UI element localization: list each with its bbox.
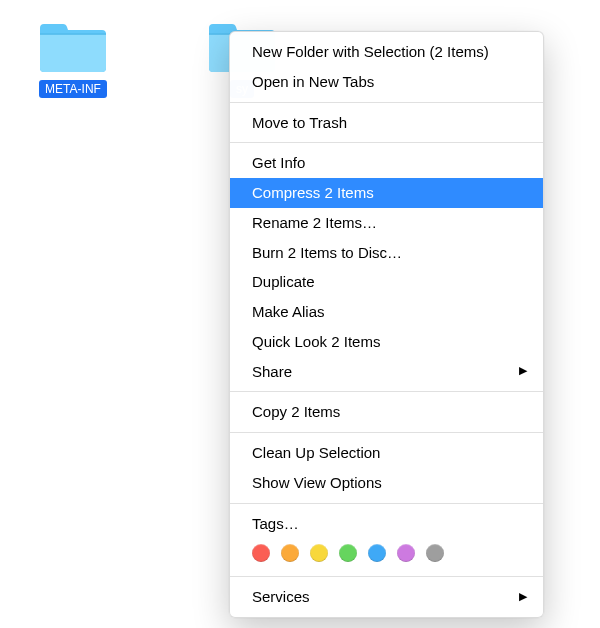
menu-item-label: Rename 2 Items… [252,212,377,234]
menu-separator [230,503,543,504]
menu-item-label: Get Info [252,152,305,174]
folder-label: META-INF [39,80,107,98]
menu-item-label: Show View Options [252,472,382,494]
menu-item-services[interactable]: Services ▶ [230,582,543,612]
tags-row [230,538,543,571]
menu-item-label: Make Alias [252,301,325,323]
tag-orange[interactable] [281,544,299,562]
menu-item-label: Services [252,586,310,608]
folder-icon [37,18,109,76]
menu-item-label: Duplicate [252,271,315,293]
menu-item-quick-look[interactable]: Quick Look 2 Items [230,327,543,357]
menu-item-label: New Folder with Selection (2 Items) [252,41,489,63]
tag-purple[interactable] [397,544,415,562]
menu-separator [230,391,543,392]
svg-rect-0 [40,34,106,35]
menu-separator [230,142,543,143]
menu-item-copy[interactable]: Copy 2 Items [230,397,543,427]
menu-item-label: Clean Up Selection [252,442,380,464]
tag-red[interactable] [252,544,270,562]
menu-separator [230,432,543,433]
menu-item-move-to-trash[interactable]: Move to Trash [230,108,543,138]
menu-item-clean-up-selection[interactable]: Clean Up Selection [230,438,543,468]
menu-item-get-info[interactable]: Get Info [230,148,543,178]
submenu-arrow-icon: ▶ [519,589,527,605]
tag-gray[interactable] [426,544,444,562]
tag-yellow[interactable] [310,544,328,562]
menu-item-label: Share [252,361,292,383]
folder-item[interactable]: META-INF [28,18,118,98]
menu-item-compress[interactable]: Compress 2 Items [230,178,543,208]
menu-item-show-view-options[interactable]: Show View Options [230,468,543,498]
menu-separator [230,576,543,577]
submenu-arrow-icon: ▶ [519,363,527,379]
tag-blue[interactable] [368,544,386,562]
menu-item-open-in-new-tabs[interactable]: Open in New Tabs [230,67,543,97]
menu-item-label: Move to Trash [252,112,347,134]
menu-item-burn-to-disc[interactable]: Burn 2 Items to Disc… [230,238,543,268]
menu-item-share[interactable]: Share ▶ [230,357,543,387]
tag-green[interactable] [339,544,357,562]
context-menu: New Folder with Selection (2 Items) Open… [229,31,544,618]
menu-item-rename[interactable]: Rename 2 Items… [230,208,543,238]
menu-item-tags[interactable]: Tags… [230,509,543,539]
menu-item-duplicate[interactable]: Duplicate [230,267,543,297]
menu-item-label: Burn 2 Items to Disc… [252,242,402,264]
menu-item-label: Quick Look 2 Items [252,331,380,353]
menu-item-make-alias[interactable]: Make Alias [230,297,543,327]
menu-separator [230,102,543,103]
menu-item-label: Tags… [252,513,299,535]
menu-item-label: Copy 2 Items [252,401,340,423]
menu-item-label: Compress 2 Items [252,182,374,204]
menu-item-label: Open in New Tabs [252,71,374,93]
menu-item-new-folder-with-selection[interactable]: New Folder with Selection (2 Items) [230,37,543,67]
